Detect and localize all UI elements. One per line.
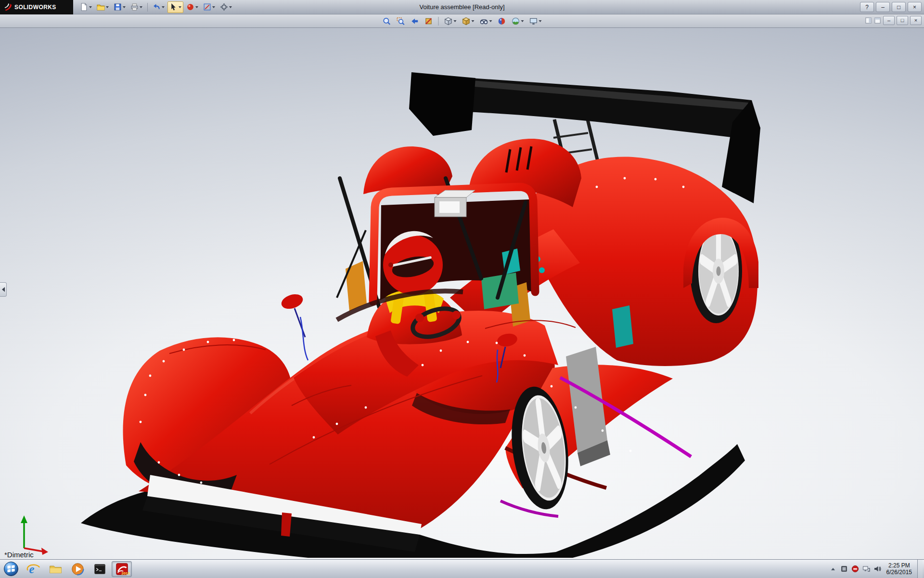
dropdown-caret-icon <box>472 20 475 22</box>
document-window-controls: – □ × <box>865 16 922 25</box>
system-tray: 2:25 PM 6/26/2015 <box>829 560 924 578</box>
folder-icon <box>49 562 63 576</box>
dropdown-caret-icon <box>106 6 109 8</box>
new-document-icon <box>80 3 88 11</box>
help-button[interactable]: ? <box>860 2 874 12</box>
dropdown-caret-icon <box>123 6 126 8</box>
tray-date: 6/26/2015 <box>886 569 912 576</box>
windows-orb-icon <box>3 561 19 577</box>
glasses-icon <box>480 17 488 26</box>
display-style-icon <box>462 17 471 26</box>
task-pane-icon[interactable] <box>865 17 872 24</box>
zoom-to-fit-icon <box>383 17 391 26</box>
internet-explorer-icon: e <box>26 562 40 576</box>
toolbar-separator <box>438 17 439 26</box>
view-cube-icon <box>444 17 453 26</box>
appearance-sphere-icon <box>498 17 506 26</box>
heads-up-toolbar-row: – □ × <box>0 14 924 28</box>
sketch-button[interactable] <box>201 1 217 13</box>
dropdown-caret-icon <box>454 20 457 22</box>
section-view-icon <box>424 17 433 26</box>
volume-icon[interactable] <box>873 565 881 573</box>
edit-appearance-button[interactable] <box>496 15 508 26</box>
document-minimize-button[interactable]: – <box>883 16 895 25</box>
network-icon[interactable] <box>862 565 870 573</box>
dropdown-caret-icon <box>212 6 215 8</box>
zoom-to-area-icon <box>397 17 405 26</box>
command-window-button[interactable] <box>90 561 110 577</box>
reference-triad <box>21 515 48 555</box>
undo-button[interactable] <box>151 1 167 13</box>
show-desktop-button[interactable] <box>917 560 923 578</box>
solidworks-taskbar-button[interactable]: 2015 <box>112 561 132 577</box>
previous-view-button[interactable] <box>409 15 421 26</box>
hide-show-items-button[interactable] <box>478 15 494 26</box>
zoom-to-area-button[interactable] <box>395 15 407 26</box>
minimize-button[interactable]: – <box>876 2 890 12</box>
start-button[interactable] <box>1 561 21 577</box>
new-document-button[interactable] <box>78 1 94 13</box>
model-viewport-render[interactable] <box>0 28 924 559</box>
gear-icon <box>220 3 228 11</box>
save-button[interactable] <box>112 1 128 13</box>
dropdown-caret-icon <box>89 6 92 8</box>
solidworks-logo-icon <box>4 3 12 11</box>
windows-explorer-button[interactable] <box>45 561 65 577</box>
window-title: Voiture assemblee [Read-only] <box>419 3 504 11</box>
section-view-button[interactable] <box>423 15 435 26</box>
select-button[interactable] <box>167 1 183 13</box>
previous-view-icon <box>411 17 419 26</box>
titlebar[interactable]: SOLIDWORKS <box>0 0 924 14</box>
monitor-icon <box>529 17 538 26</box>
solidworks-logo: SOLIDWORKS <box>0 0 73 14</box>
sketch-grid-icon <box>203 3 211 11</box>
edit-color-button[interactable] <box>184 1 200 13</box>
featuremanager-flyout-toggle[interactable] <box>0 282 7 297</box>
dropdown-caret-icon <box>229 6 232 8</box>
tray-app-icon-dark[interactable] <box>840 565 848 573</box>
solidworks-window: SOLIDWORKS <box>0 0 924 578</box>
appearance-ball-icon <box>186 3 194 11</box>
zoom-to-fit-button[interactable] <box>381 15 393 26</box>
display-style-button[interactable] <box>460 15 476 26</box>
undo-icon <box>153 3 161 11</box>
apply-scene-button[interactable] <box>510 15 526 26</box>
window-controls: ? – □ × <box>860 2 922 12</box>
document-restore-button[interactable]: □ <box>897 16 908 25</box>
scene-sphere-icon <box>512 17 520 26</box>
options-button[interactable] <box>218 1 234 13</box>
maximize-button[interactable]: □ <box>892 2 906 12</box>
view-orientation-label: *Dimetric <box>4 551 34 559</box>
open-folder-icon <box>97 3 105 11</box>
main-toolbar <box>78 1 234 13</box>
flyout-arrow-icon <box>2 287 5 292</box>
taskbar: e <box>0 559 924 578</box>
select-arrow-icon <box>169 3 178 11</box>
dropdown-caret-icon <box>179 6 181 8</box>
task-pane-icon[interactable] <box>874 17 881 24</box>
view-settings-button[interactable] <box>527 15 544 26</box>
dropdown-caret-icon <box>539 20 542 22</box>
dropdown-caret-icon <box>195 6 198 8</box>
dropdown-caret-icon <box>489 20 492 22</box>
close-button[interactable]: × <box>908 2 922 12</box>
chevron-up-icon <box>831 568 835 570</box>
show-hidden-icons-button[interactable] <box>829 565 837 573</box>
save-icon <box>114 3 122 11</box>
print-button[interactable] <box>128 1 144 13</box>
toolbar-separator <box>147 3 148 12</box>
heads-up-toolbar <box>381 14 544 27</box>
media-player-button[interactable] <box>67 561 88 577</box>
document-close-button[interactable]: × <box>910 16 922 25</box>
open-button[interactable] <box>95 1 111 13</box>
brand-text: SOLIDWORKS <box>14 4 56 11</box>
view-orientation-button[interactable] <box>442 15 459 26</box>
tray-app-icon-red[interactable] <box>851 565 859 573</box>
graphics-area[interactable]: *Dimetric <box>0 28 924 559</box>
command-window-icon <box>93 562 107 576</box>
tray-time: 2:25 PM <box>886 562 912 569</box>
dropdown-caret-icon <box>140 6 142 8</box>
tray-clock[interactable]: 2:25 PM 6/26/2015 <box>885 562 914 576</box>
print-icon <box>130 3 139 11</box>
internet-explorer-button[interactable]: e <box>23 561 43 577</box>
